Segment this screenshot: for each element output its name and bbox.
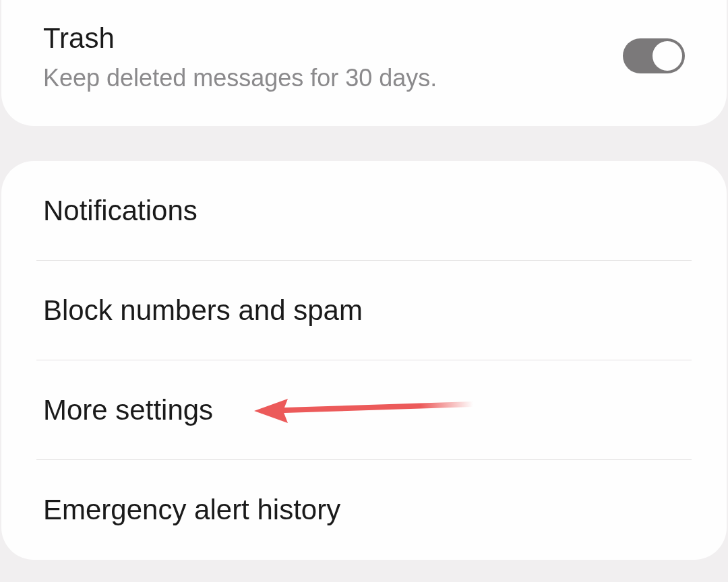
trash-subtitle: Keep deleted messages for 30 days. bbox=[43, 64, 437, 92]
item-label: Block numbers and spam bbox=[43, 294, 685, 327]
trash-text-block: Trash Keep deleted messages for 30 days. bbox=[43, 20, 437, 92]
list-item-block-numbers[interactable]: Block numbers and spam bbox=[1, 261, 727, 360]
item-label: Notifications bbox=[43, 195, 685, 227]
toggle-knob bbox=[653, 41, 682, 71]
item-label: Emergency alert history bbox=[43, 494, 685, 526]
list-item-more-settings[interactable]: More settings bbox=[1, 360, 727, 460]
list-item-notifications[interactable]: Notifications bbox=[1, 161, 727, 261]
item-label: More settings bbox=[43, 394, 685, 426]
settings-list-card: Notifications Block numbers and spam Mor… bbox=[1, 161, 727, 560]
trash-title: Trash bbox=[43, 20, 437, 57]
trash-toggle[interactable] bbox=[623, 38, 685, 73]
trash-setting-card: Trash Keep deleted messages for 30 days. bbox=[1, 0, 727, 126]
list-item-emergency-alert[interactable]: Emergency alert history bbox=[1, 460, 727, 560]
